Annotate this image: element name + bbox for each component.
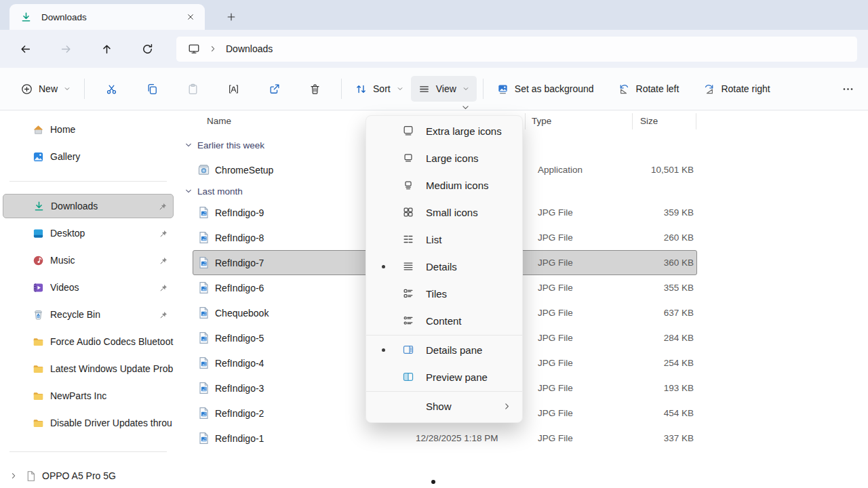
file-name: ChromeSetup (215, 165, 273, 176)
folder-icon (33, 336, 44, 348)
rename-button[interactable] (220, 76, 247, 102)
sidebar-item-desktop[interactable]: Desktop (3, 221, 174, 245)
pin-icon (159, 202, 167, 211)
sidebar-item-label: Desktop (50, 228, 174, 239)
refresh-icon (142, 43, 153, 55)
downloads-icon (33, 201, 45, 212)
jpg-file-icon (197, 407, 210, 420)
sidebar-item-folder[interactable]: Disable Driver Updates throu (3, 411, 174, 435)
forward-button (54, 37, 77, 60)
sort-button[interactable]: Sort (348, 76, 411, 102)
copy-button[interactable] (138, 76, 165, 102)
back-button[interactable] (14, 37, 37, 60)
tab-close-button[interactable] (182, 8, 199, 26)
details-pane-icon (402, 344, 414, 356)
trash-icon (309, 83, 321, 95)
jpg-file-icon (197, 432, 210, 445)
jpg-file-icon (197, 331, 210, 344)
menu-item-tiles[interactable]: Tiles (366, 280, 522, 307)
sidebar-item-device[interactable]: OPPO A5 Pro 5G (0, 464, 176, 488)
sidebar-item-folder[interactable]: NewParts Inc (3, 384, 174, 408)
menu-item-label: Content (426, 315, 462, 327)
share-button[interactable] (260, 76, 288, 102)
sidebar-item-recycle-bin[interactable]: Recycle Bin (3, 302, 174, 327)
see-more-button[interactable] (834, 76, 861, 102)
menu-item-label: Preview pane (426, 371, 488, 383)
rotate-right-button[interactable]: Rotate right (696, 76, 777, 102)
menu-item-large-icons[interactable]: Large icons (366, 144, 522, 171)
jpg-file-icon (197, 382, 210, 394)
sidebar-item-home[interactable]: Home (3, 117, 174, 142)
chevron-right-icon (209, 45, 217, 53)
delete-button[interactable] (301, 76, 328, 102)
new-button[interactable]: New (14, 76, 78, 102)
menu-item-details[interactable]: Details (366, 253, 522, 280)
set-as-background-button[interactable]: Set as background (490, 76, 601, 102)
sidebar-item-gallery[interactable]: Gallery (3, 144, 174, 169)
new-label: New (39, 83, 58, 94)
menu-item-content[interactable]: Content (366, 307, 522, 334)
toolbar-separator (483, 79, 484, 99)
cut-button[interactable] (98, 76, 125, 102)
device-label: OPPO A5 Pro 5G (42, 470, 116, 481)
navigation-bar: Downloads (0, 30, 868, 68)
file-type: JPG File (532, 383, 634, 393)
column-divider[interactable] (696, 113, 696, 129)
sidebar-item-music[interactable]: Music (3, 248, 174, 272)
rotate-right-icon (703, 83, 715, 95)
sidebar-item-label: NewParts Inc (50, 390, 174, 401)
column-divider[interactable] (632, 113, 633, 129)
file-type: JPG File (532, 232, 634, 243)
group-header-earlier-this-week[interactable]: Earlier this week (184, 133, 868, 157)
column-header-name[interactable]: Name (207, 116, 231, 126)
group-header-last-month[interactable]: Last month (184, 182, 868, 200)
file-size: 637 KB (634, 308, 698, 318)
breadcrumb[interactable]: Downloads (226, 43, 273, 54)
jpg-file-icon (197, 357, 210, 369)
share-icon (269, 83, 280, 95)
menu-item-extra-large-icons[interactable]: Extra large icons (366, 117, 522, 144)
sidebar-item-label: Latest Windows Update Prob (50, 363, 174, 374)
menu-item-medium-icons[interactable]: Medium icons (366, 171, 522, 199)
file-row[interactable]: RefIndigo-1 12/28/2025 1:18 PM JPG File … (193, 426, 697, 451)
content-view-icon (402, 314, 414, 327)
home-icon (33, 124, 44, 136)
tab-downloads[interactable]: Downloads (9, 4, 205, 30)
up-button[interactable] (95, 37, 118, 60)
menu-item-preview-pane[interactable]: Preview pane (366, 363, 522, 390)
refresh-button[interactable] (136, 37, 159, 60)
rotate-left-button[interactable]: Rotate left (611, 76, 687, 102)
column-header-type[interactable]: Type (532, 116, 551, 126)
this-pc-icon (188, 43, 200, 55)
preview-pane-icon (402, 371, 414, 383)
menu-item-label: List (426, 234, 441, 245)
sidebar-item-videos[interactable]: Videos (3, 275, 174, 300)
menu-item-list[interactable]: List (366, 226, 522, 253)
sidebar-item-label: Gallery (50, 151, 174, 162)
view-button[interactable]: View (411, 76, 477, 102)
file-name: RefIndigo-6 (215, 283, 264, 293)
menu-item-show[interactable]: Show (366, 392, 522, 420)
file-type: JPG File (532, 207, 634, 218)
new-tab-button[interactable] (222, 8, 240, 26)
sidebar-item-downloads[interactable]: Downloads (3, 194, 174, 218)
toolbar-separator (341, 79, 342, 99)
column-header-size[interactable]: Size (640, 116, 658, 126)
paste-button (179, 76, 206, 102)
file-type: JPG File (532, 408, 634, 418)
image-background-icon (497, 83, 509, 95)
address-bar[interactable]: Downloads (176, 37, 857, 62)
menu-item-details-pane[interactable]: Details pane (366, 336, 522, 363)
videos-icon (33, 282, 44, 293)
sort-arrows-icon (355, 83, 367, 95)
sidebar-item-folder[interactable]: Force Audio Codecs Bluetoot (3, 329, 174, 354)
rotate-left-label: Rotate left (636, 83, 679, 94)
folder-icon (33, 418, 44, 429)
sidebar-item-folder[interactable]: Latest Windows Update Prob (3, 357, 174, 381)
selected-bullet (382, 265, 385, 268)
column-divider[interactable] (525, 113, 526, 129)
sidebar-item-label: Recycle Bin (50, 309, 174, 320)
ellipsis-icon (842, 83, 854, 95)
menu-item-small-icons[interactable]: Small icons (366, 199, 522, 226)
file-size: 10,501 KB (634, 165, 698, 175)
